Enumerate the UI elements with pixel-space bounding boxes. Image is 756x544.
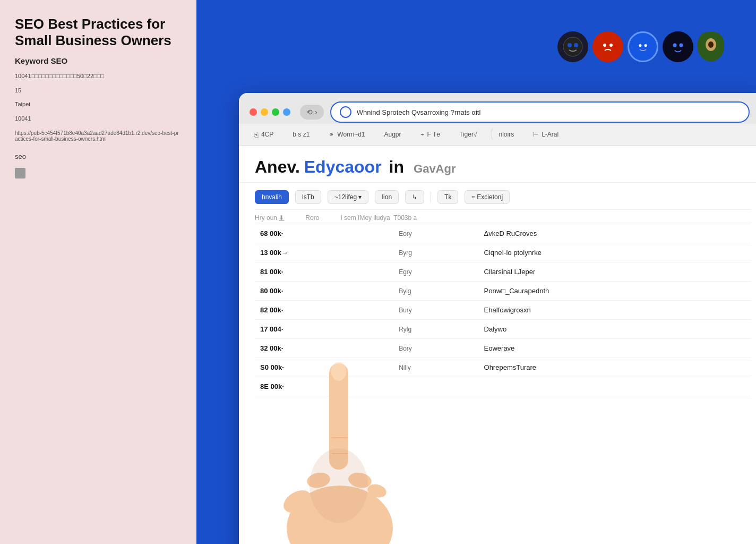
back-arrow-icon[interactable]: ⟲	[306, 108, 313, 116]
sidebar-title: SEO Best Practices for Small Business Ow…	[15, 16, 182, 49]
page-title-part3: in	[389, 157, 404, 177]
svg-point-18	[306, 471, 331, 489]
cell-col3-6: Eowerave	[479, 339, 751, 358]
traffic-lights	[250, 108, 290, 116]
table-row: 82 00k· Bury Ehalfowigrosxn	[255, 301, 751, 320]
cell-col2-2: Egry	[393, 262, 478, 282]
nav-arrows[interactable]: ⟲ ›	[300, 105, 324, 120]
svg-point-6	[635, 38, 651, 55]
svg-point-19	[347, 471, 373, 489]
tab-4[interactable]: Augpr	[380, 129, 406, 140]
cell-col3-2: Cllarsinal LJeper	[479, 262, 751, 282]
browser-chrome: ⟲ › Whnind Sprotech Qvsarroxing ?rnats α…	[239, 93, 756, 124]
cell-col3-5: Dalywo	[479, 320, 751, 339]
subheader-1: Hry oun ⬇	[255, 214, 284, 222]
svg-rect-21	[313, 517, 366, 544]
svg-point-9	[668, 37, 688, 56]
subheader-2: Roro	[305, 214, 319, 222]
page-title: Anev. Edycaoor in GavAgr	[255, 157, 751, 177]
svg-point-4	[603, 44, 606, 47]
toolbar-lion[interactable]: lion	[375, 190, 399, 204]
table-row: 81 00k· Egry Cllarsinal LJeper	[255, 262, 751, 282]
table-row: 13 00k→ Byrg ClqneI-lo ptolynrke	[255, 243, 751, 262]
svg-point-12	[287, 486, 393, 544]
tab-1[interactable]: ⎘ 4CP	[250, 128, 278, 141]
tab-separator: nloirs	[492, 129, 518, 140]
sidebar-meta-line1: 10041□□□□□□□□□□□□□50□22□□□	[15, 72, 182, 81]
table-row: 68 00k· Eory ΔvkeD RuCroves	[255, 224, 751, 243]
tab-7-label: nloirs	[499, 131, 514, 138]
table-row: 80 00k· Bylg Ponw□_Caurapednth	[255, 282, 751, 301]
toolbar-lstb[interactable]: lsTb	[295, 190, 321, 204]
sidebar-subtitle: Keyword SEO	[15, 56, 182, 65]
svg-point-22	[310, 448, 368, 523]
face-svg-4	[667, 36, 689, 57]
data-table: 68 00k· Eory ΔvkeD RuCroves 13 00k→ Byrg…	[255, 224, 751, 396]
svg-point-8	[645, 44, 647, 46]
close-button[interactable]	[250, 108, 257, 116]
tab-4-label: Augpr	[384, 131, 401, 138]
tab-5-icon: ⌁	[420, 131, 424, 138]
cell-col1-8: 8E 00k·	[255, 377, 393, 396]
tab-3-label: Worm~d1	[337, 131, 365, 138]
page-title-part2: Edycaoor	[304, 157, 382, 177]
icon-face-2	[592, 31, 623, 62]
page-header: Anev. Edycaoor in GavAgr	[239, 146, 756, 183]
tab-8-icon: ⊢	[533, 131, 538, 138]
toolbar-excietoni[interactable]: ≈ Excietonj	[465, 190, 510, 204]
cell-col2-8	[393, 377, 478, 396]
tab-2[interactable]: b s z1	[288, 129, 314, 140]
forward-arrow-icon[interactable]: ›	[315, 108, 317, 116]
icon-face-4	[663, 31, 693, 62]
data-section: hnvalih lsTb ~12lifeg ▾ lion ↳ Tk ≈ Exci…	[239, 183, 756, 396]
tab-1-label: 4CP	[261, 131, 273, 138]
icon-face-1	[557, 31, 588, 62]
svg-point-3	[598, 37, 617, 56]
tab-5[interactable]: ⌁ F Tē	[416, 129, 444, 140]
cell-col1-6: 32 00k·	[255, 339, 393, 358]
cell-col3-1: ClqneI-lo ptolynrke	[479, 243, 751, 262]
cell-col2-7: Nilly	[393, 358, 478, 377]
svg-point-2	[574, 43, 578, 47]
extra-button[interactable]	[283, 108, 290, 116]
sidebar-meta-line2: 15	[15, 86, 182, 95]
page-title-part1: Anev.	[255, 157, 300, 177]
face-svg-3	[634, 38, 652, 56]
minimize-button[interactable]	[261, 108, 268, 116]
cell-col1-0: 68 00k·	[255, 224, 393, 243]
address-bar[interactable]: Whnind Sprotech Qvsarroxing ?rnats αitl	[330, 101, 750, 123]
tab-2-label: b s z1	[293, 131, 310, 138]
toolbar-hnvalih[interactable]: hnvalih	[255, 190, 289, 204]
cell-col2-6: Bory	[393, 339, 478, 358]
toolbar-arrow[interactable]: ↳	[405, 190, 424, 204]
table-row: 32 00k· Bory Eowerave	[255, 339, 751, 358]
sidebar-icon-box	[15, 168, 25, 178]
table-row: 8E 00k·	[255, 377, 751, 396]
browser-content: Anev. Edycaoor in GavAgr hnvalih lsTb ~1…	[239, 146, 756, 396]
cell-col1-5: 17 004·	[255, 320, 393, 339]
tab-6[interactable]: Tiger√	[455, 129, 481, 140]
address-bar-text: Whnind Sprotech Qvsarroxing ?rnats αitl	[357, 108, 481, 116]
top-icons	[557, 31, 724, 62]
top-bar	[196, 0, 756, 93]
tab-3[interactable]: ⚭ Worm~d1	[324, 129, 369, 140]
svg-point-10	[673, 43, 677, 47]
cell-col2-3: Bylg	[393, 282, 478, 301]
sidebar-tag: seo	[15, 152, 182, 160]
toolbar-12lifeg[interactable]: ~12lifeg ▾	[328, 190, 369, 204]
cell-col2-4: Bury	[393, 301, 478, 320]
face-svg-2	[597, 36, 618, 57]
cell-col2-0: Eory	[393, 224, 478, 243]
tab-6-label: Tiger√	[459, 131, 477, 138]
cell-col3-7: OhrepemsTurare	[479, 358, 751, 377]
tab-1-icon: ⎘	[254, 130, 258, 139]
svg-point-5	[609, 44, 613, 47]
maximize-button[interactable]	[272, 108, 279, 116]
svg-point-11	[680, 43, 683, 47]
tab-8[interactable]: ⊢ L-Aral	[529, 129, 563, 140]
cell-col3-0: ΔvkeD RuCroves	[479, 224, 751, 243]
main-area: ⟲ › Whnind Sprotech Qvsarroxing ?rnats α…	[196, 0, 756, 544]
address-circle-icon	[340, 106, 351, 118]
table-row: 17 004· Rylg Dalywo	[255, 320, 751, 339]
toolbar-tk[interactable]: Tk	[437, 190, 458, 204]
